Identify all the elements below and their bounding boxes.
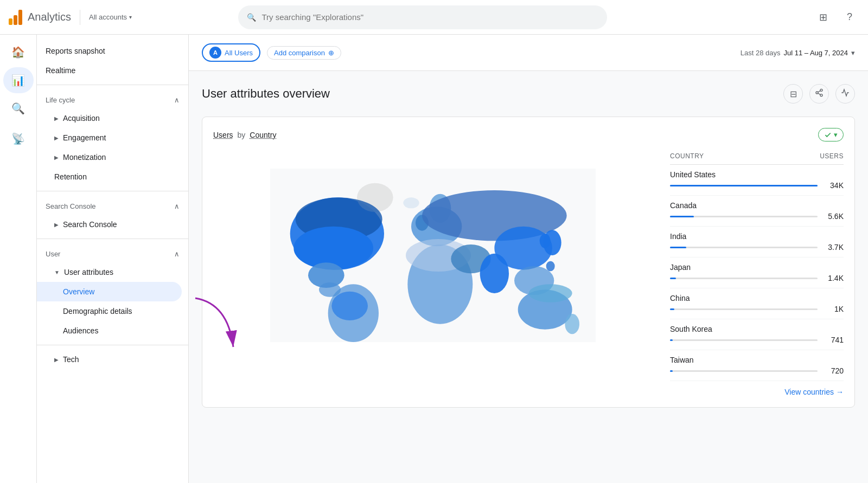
chevron-up-icon: ∧ — [174, 250, 180, 258]
nav-reports-snapshot[interactable]: Reports snapshot — [37, 41, 182, 61]
svg-point-28 — [546, 261, 555, 272]
add-comparison-button[interactable]: Add comparison ⊕ — [267, 46, 341, 60]
svg-point-17 — [422, 190, 567, 241]
nav-divider-1 — [37, 85, 188, 85]
plus-icon: ⊕ — [328, 49, 334, 57]
columns-icon: ⊟ — [790, 89, 797, 99]
world-map-container — [213, 152, 653, 358]
chip-avatar: A — [209, 47, 221, 59]
sidebar-explore[interactable]: 🔍 — [3, 95, 34, 121]
col-country-header: COUNTRY — [670, 152, 704, 160]
nav-search-console-item[interactable]: ▶ Search Console — [37, 215, 182, 234]
search-icon: 🔍 — [247, 13, 256, 22]
date-range-selector[interactable]: Last 28 days Jul 11 – Aug 7, 2024 ▾ — [741, 49, 855, 57]
all-users-chip[interactable]: A All Users — [202, 43, 260, 62]
svg-line-4 — [818, 91, 821, 92]
nav-user-attributes[interactable]: ▼ User attributes — [37, 262, 182, 282]
sidebar-advertising[interactable]: 📡 — [3, 126, 34, 152]
nav-audiences[interactable]: Audiences — [37, 321, 182, 340]
nav-divider-2 — [37, 191, 188, 191]
svg-point-27 — [529, 284, 572, 302]
main-content: A All Users Add comparison ⊕ Last 28 day… — [189, 35, 868, 483]
svg-point-25 — [540, 234, 551, 248]
share-button[interactable] — [809, 84, 829, 104]
svg-point-2 — [820, 94, 822, 96]
map-card: Users by Country ▾ — [202, 117, 855, 408]
topbar-divider — [80, 10, 80, 25]
page-title: User attributes overview — [202, 87, 330, 101]
topbar: Analytics All accounts ▾ 🔍 ⊞ ? — [0, 0, 868, 35]
page-title-actions: ⊟ — [783, 84, 855, 104]
chevron-up-icon: ∧ — [174, 202, 180, 210]
all-accounts-selector[interactable]: All accounts ▾ — [89, 13, 132, 21]
map-metric-label: Users by Country — [213, 131, 276, 139]
arrow-right-icon: ▶ — [54, 222, 59, 228]
icon-sidebar: 🏠 📊 🔍 📡 — [0, 35, 37, 483]
chevron-down-icon: ▾ — [129, 14, 132, 20]
search-bar[interactable]: 🔍 — [238, 5, 607, 29]
arrow-right-icon: → — [836, 388, 844, 396]
arrow-right-icon: ▶ — [54, 115, 59, 121]
insights-icon — [841, 88, 850, 99]
logo-icon — [9, 10, 22, 25]
chevron-down-icon: ▾ — [834, 131, 838, 139]
svg-point-30 — [403, 197, 419, 208]
help-icon[interactable]: ? — [840, 8, 859, 27]
svg-point-22 — [494, 227, 552, 270]
nav-overview[interactable]: Overview — [37, 282, 182, 301]
layout: 🏠 📊 🔍 📡 Reports snapshot Realtime Life c… — [0, 35, 868, 483]
arrow-down-icon: ▼ — [54, 269, 60, 275]
share-icon — [815, 88, 824, 99]
columns-toggle-button[interactable]: ⊟ — [783, 84, 803, 104]
arrow-right-icon: ▶ — [54, 357, 59, 363]
arrow-right-icon: ▶ — [54, 154, 59, 160]
country-row: Japan 1.4K — [670, 257, 844, 288]
nav-demographic-details[interactable]: Demographic details — [37, 301, 182, 321]
logo[interactable]: Analytics — [9, 10, 71, 25]
nav-sidebar: Reports snapshot Realtime Life cycle ∧ ▶… — [37, 35, 189, 483]
nav-engagement[interactable]: ▶ Engagement — [37, 128, 182, 147]
content-header: A All Users Add comparison ⊕ Last 28 day… — [189, 35, 868, 71]
map-card-header: Users by Country ▾ — [213, 128, 844, 141]
svg-point-1 — [816, 92, 818, 94]
view-countries-link[interactable]: View countries → — [670, 388, 844, 396]
nav-realtime[interactable]: Realtime — [37, 61, 182, 80]
country-row: India 3.7K — [670, 227, 844, 257]
country-row: United States 34K — [670, 165, 844, 196]
grid-icon[interactable]: ⊞ — [814, 8, 833, 27]
nav-acquisition[interactable]: ▶ Acquisition — [37, 108, 182, 128]
nav-divider-3 — [37, 239, 188, 239]
topbar-icons: ⊞ ? — [814, 8, 859, 27]
check-button[interactable]: ▾ — [818, 128, 844, 141]
content-body: User attributes overview ⊟ — [189, 71, 868, 434]
country-rows: United States 34K Canada 5.6K India 3.7K… — [670, 165, 844, 381]
nav-divider-4 — [37, 345, 188, 345]
map-card-actions: ▾ — [818, 128, 844, 141]
svg-point-29 — [565, 314, 579, 334]
page-title-row: User attributes overview ⊟ — [202, 84, 855, 104]
country-row: Canada 5.6K — [670, 196, 844, 227]
nav-retention[interactable]: Retention — [37, 167, 182, 186]
search-input[interactable] — [261, 12, 598, 22]
world-map-svg — [270, 152, 596, 358]
nav-section-lifecycle[interactable]: Life cycle ∧ — [37, 89, 188, 108]
sidebar-reports[interactable]: 📊 — [3, 67, 34, 93]
nav-tech[interactable]: ▶ Tech — [37, 350, 182, 369]
country-table: COUNTRY USERS United States 34K Canada 5… — [670, 152, 844, 396]
country-row: South Korea 741 — [670, 319, 844, 350]
country-row: Taiwan 720 — [670, 350, 844, 381]
insights-button[interactable] — [835, 84, 855, 104]
app-name: Analytics — [28, 11, 71, 23]
map-content: COUNTRY USERS United States 34K Canada 5… — [213, 152, 844, 396]
nav-monetization[interactable]: ▶ Monetization — [37, 147, 182, 167]
svg-point-0 — [820, 89, 822, 91]
nav-section-search-console[interactable]: Search Console ∧ — [37, 196, 188, 215]
chevron-up-icon: ∧ — [174, 96, 180, 104]
col-users-header: USERS — [820, 152, 844, 160]
sidebar-home[interactable]: 🏠 — [3, 39, 34, 65]
arrow-right-icon: ▶ — [54, 135, 59, 141]
svg-line-3 — [818, 93, 821, 95]
chevron-down-icon: ▾ — [851, 49, 855, 57]
country-table-header: COUNTRY USERS — [670, 152, 844, 165]
nav-section-user[interactable]: User ∧ — [37, 243, 188, 262]
